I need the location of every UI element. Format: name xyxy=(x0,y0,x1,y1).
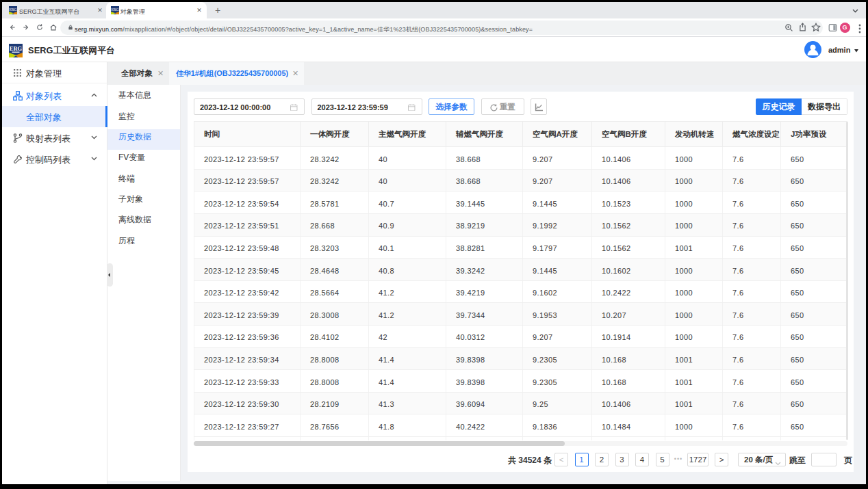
svg-text:ERG: ERG xyxy=(10,45,23,52)
svg-text:ERG: ERG xyxy=(9,8,16,12)
svg-text:ERG: ERG xyxy=(111,8,118,12)
